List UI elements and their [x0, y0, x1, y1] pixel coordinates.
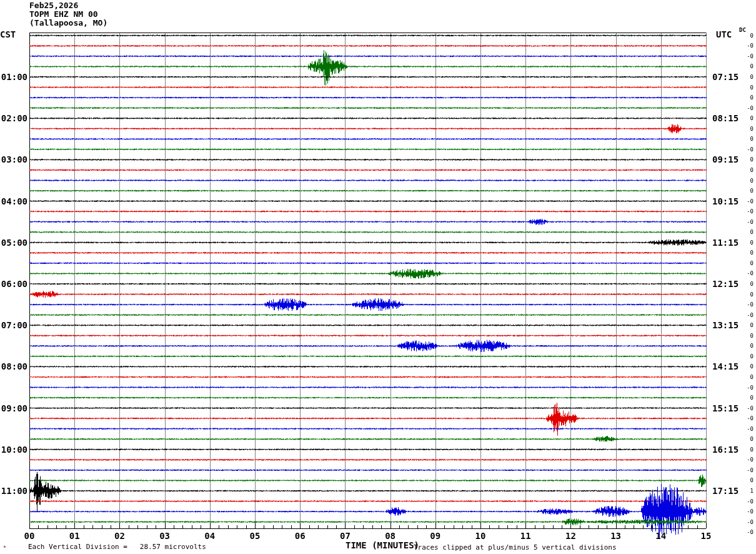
dc-offset-value: 0 — [740, 374, 754, 380]
hour-label-right: 16:15 — [712, 445, 744, 455]
hour-label-right: 09:15 — [712, 154, 744, 164]
hour-label-left: 04:00 — [0, 196, 27, 206]
dc-offset-value: 0 — [740, 281, 754, 287]
dc-offset-value: 0 — [740, 33, 754, 39]
x-axis-title: TIME (MINUTES) — [346, 540, 419, 550]
dc-offset-value: -0 — [740, 146, 754, 153]
dc-offset-value: -0 — [740, 43, 754, 49]
hour-label-left: 11:00 — [0, 486, 27, 496]
dc-offset-value: -0 — [740, 498, 754, 505]
x-tick-label: 05 — [245, 531, 265, 541]
dc-offset-value: 0 — [740, 63, 754, 69]
dc-offset-value: -0 — [740, 198, 754, 204]
corner-glyph: ₘ — [3, 543, 6, 549]
hour-label-left: 10:00 — [0, 445, 27, 455]
x-tick-label: 12 — [560, 531, 580, 541]
dc-offset-value: 0 — [740, 395, 754, 401]
dc-offset-value: 1 — [740, 488, 754, 494]
hour-label-left: 07:00 — [0, 320, 27, 330]
x-tick-label: 01 — [64, 531, 84, 541]
hour-label-left: 06:00 — [0, 279, 27, 289]
left-timezone-label: CST — [0, 29, 16, 39]
title-location: (Tallapoosa, MO) — [29, 19, 107, 28]
dc-offset-value: 0 — [740, 115, 754, 121]
vertical-division-scale-note: Each Vertical Division = 28.57 microvolt… — [28, 543, 206, 551]
dc-offset-value: 0 — [740, 229, 754, 235]
x-tick-label: 08 — [380, 531, 400, 541]
dc-offset-value: -0 — [740, 405, 754, 411]
hour-label-right: 11:15 — [712, 238, 744, 248]
x-tick-label: 04 — [200, 531, 220, 541]
dc-offset-value: -0 — [740, 467, 754, 473]
dc-offset-value: 0 — [740, 188, 754, 194]
dc-offset-value: 0 — [740, 322, 754, 328]
dc-offset-value: -0 — [740, 415, 754, 421]
dc-offset-value: 0 — [740, 126, 754, 132]
dc-offset-value: -0 — [740, 312, 754, 318]
dc-offset-value: 0 — [740, 333, 754, 339]
hour-label-right: 08:15 — [712, 113, 744, 123]
hour-label-right: 07:15 — [712, 72, 744, 82]
dc-offset-value: 0 — [740, 178, 754, 184]
dc-offset-value: 0 — [740, 363, 754, 370]
x-tick-label: 14 — [651, 531, 671, 541]
x-tick-label: 15 — [696, 531, 716, 541]
dc-offset-value: 0 — [740, 477, 754, 483]
dc-offset-value: -0 — [740, 219, 754, 225]
x-tick-label: 13 — [606, 531, 626, 541]
dc-offset-value: 0 — [740, 156, 754, 163]
hour-label-left: 01:00 — [0, 72, 27, 82]
x-tick-label: 03 — [155, 531, 175, 541]
dc-offset-value: -0 — [740, 529, 754, 535]
right-timezone-label: UTC — [716, 29, 732, 39]
x-tick-label: 00 — [19, 531, 39, 541]
dc-offset-value: 0 — [740, 74, 754, 80]
x-tick-label: 10 — [470, 531, 490, 541]
x-tick-label: 06 — [290, 531, 310, 541]
x-tick-label: 11 — [515, 531, 535, 541]
dc-offset-value: 0 — [740, 94, 754, 101]
hour-label-right: 17:15 — [712, 486, 744, 496]
dc-offset-value: 0 — [740, 446, 754, 453]
dc-offset-value: -0 — [740, 270, 754, 276]
hour-label-left: 05:00 — [0, 238, 27, 248]
webicorder-page: Feb25,2026 TOPM EHZ NM 00 (Tallapoosa, M… — [0, 0, 756, 554]
hour-label-right: 13:15 — [712, 320, 744, 330]
dc-offset-value: 0 — [740, 84, 754, 91]
clip-note: Traces clipped at plus/minus 5 vertical … — [414, 543, 617, 551]
dc-offset-value: 0 — [740, 343, 754, 349]
dc-offset-value: -0 — [740, 53, 754, 59]
dc-offset-value: -0 — [740, 301, 754, 308]
hour-label-right: 10:15 — [712, 196, 744, 206]
dc-offset-value: -0 — [740, 208, 754, 214]
dc-offset-value: -0 — [740, 519, 754, 525]
hour-label-left: 03:00 — [0, 154, 27, 164]
dc-offset-value: 0 — [740, 260, 754, 266]
seismogram-canvas — [0, 0, 756, 554]
dc-offset-value: -0 — [740, 105, 754, 111]
hour-label-right: 14:15 — [712, 361, 744, 371]
hour-label-left: 02:00 — [0, 113, 27, 123]
dc-offset-value: 0 — [740, 167, 754, 173]
dc-offset-value: -0 — [740, 508, 754, 515]
hour-label-left: 08:00 — [0, 361, 27, 371]
hour-label-right: 12:15 — [712, 279, 744, 289]
title-date: Feb25,2026 — [29, 1, 78, 10]
x-tick-label: 02 — [109, 531, 129, 541]
hour-label-right: 15:15 — [712, 403, 744, 413]
dc-offset-value: 0 — [740, 291, 754, 298]
dc-offset-value: 0 — [740, 436, 754, 442]
dc-offset-value: 0 — [740, 249, 754, 256]
dc-offset-value: 0 — [740, 239, 754, 246]
dc-offset-value: 0 — [740, 353, 754, 360]
title-station: TOPM EHZ NM 00 — [29, 10, 98, 19]
x-tick-label: 07 — [335, 531, 355, 541]
dc-offset-value: 0 — [740, 136, 754, 142]
dc-offset-value: -0 — [740, 385, 754, 391]
hour-label-left: 09:00 — [0, 403, 27, 413]
x-tick-label: 09 — [425, 531, 445, 541]
dc-offset-value: -0 — [740, 426, 754, 432]
dc-offset-value: -0 — [740, 456, 754, 463]
